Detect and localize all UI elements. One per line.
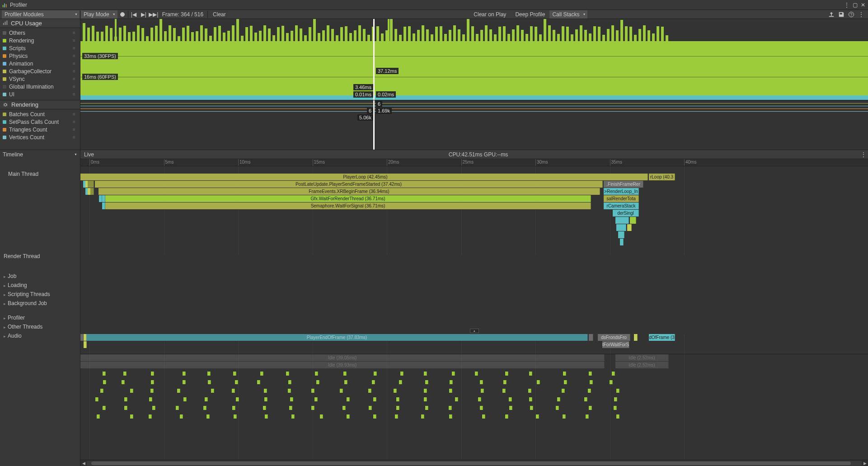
legend-item[interactable]: Vertices Count≡ bbox=[0, 133, 80, 141]
profiler-icon bbox=[2, 2, 8, 8]
legend-item[interactable]: VSync≡ bbox=[0, 75, 80, 83]
timeline-options-icon[interactable]: ⋮ bbox=[859, 151, 868, 158]
cpu-chart[interactable]: 33ms (30FPS) 16ms (60FPS) 37.12ms 0.02ms… bbox=[80, 19, 868, 100]
chart-icon bbox=[3, 20, 8, 27]
main-thread-label[interactable]: Main Thread bbox=[0, 166, 80, 182]
toolbar: Profiler Modules Play Mode |◀ ▶| ▶▶| Fra… bbox=[0, 10, 868, 19]
help-icon[interactable]: ? bbox=[846, 10, 856, 19]
playhead[interactable] bbox=[373, 19, 375, 100]
timeline-body: Main Thread Render Thread JobLoadingScri… bbox=[0, 159, 868, 466]
scroll-left-icon[interactable]: ◀ bbox=[80, 461, 87, 466]
timeline-header: Timeline Live CPU:42.51ms GPU:--ms ⋮ bbox=[0, 150, 868, 159]
maximize-icon[interactable]: ▢ bbox=[852, 2, 858, 8]
thread-foldout[interactable]: Background Job bbox=[0, 299, 80, 308]
next-frame-button[interactable]: ▶| bbox=[139, 10, 149, 19]
bar-playerloop[interactable]: PlayerLoop (42.45ms) bbox=[83, 174, 648, 180]
bar-dersingl[interactable]: derSingl bbox=[613, 210, 639, 217]
hover-right-top: 37.12ms bbox=[376, 68, 399, 74]
legend-item[interactable]: Scripts≡ bbox=[0, 44, 80, 52]
thread-foldout[interactable]: Profiler bbox=[0, 313, 80, 322]
play-mode-dropdown[interactable]: Play Mode bbox=[81, 10, 117, 19]
timeline-chart[interactable]: 0ms5ms10ms15ms20ms25ms30ms35ms40ms Playe… bbox=[80, 159, 868, 466]
call-stacks-dropdown[interactable]: Call Stacks bbox=[549, 10, 587, 19]
bar-frameevents[interactable]: FrameEvents.XRBeginFrame (36.94ms) bbox=[99, 188, 600, 195]
bar-finishframerer[interactable]: .FinishFrameRer bbox=[604, 181, 643, 188]
gear-icon: ⛭ bbox=[3, 101, 9, 108]
timeline-view-dropdown[interactable]: Timeline bbox=[0, 150, 80, 159]
record-button[interactable] bbox=[117, 10, 127, 19]
render-val-1: 6 bbox=[376, 101, 382, 107]
legend-item[interactable]: Animation≡ bbox=[0, 60, 80, 67]
svg-rect-5 bbox=[6, 21, 7, 25]
last-frame-button[interactable]: ▶▶| bbox=[149, 10, 159, 19]
bar-playerendofframe[interactable]: PlayerEndOfFrame (37.83ms) bbox=[86, 334, 588, 341]
rendering-title: Rendering bbox=[11, 101, 38, 108]
svg-rect-3 bbox=[3, 23, 4, 25]
context-menu-icon[interactable]: ⋮ bbox=[844, 2, 850, 8]
svg-rect-2 bbox=[6, 4, 7, 7]
deep-profile-button[interactable]: Deep Profile bbox=[511, 10, 549, 19]
window-title: Profiler bbox=[10, 2, 27, 8]
scrollbar-thumb[interactable] bbox=[91, 461, 851, 465]
rendering-legend: Batches Count≡SetPass Calls Count≡Triang… bbox=[0, 109, 80, 142]
fps-30-label: 33ms (30FPS) bbox=[82, 53, 118, 59]
profiler-modules-dropdown[interactable]: Profiler Modules bbox=[2, 10, 80, 19]
close-icon[interactable]: ✕ bbox=[860, 2, 866, 8]
bar-postlateupdate[interactable]: PostLateUpdate.PlayerSendFrameStarted (3… bbox=[95, 181, 603, 188]
clear-on-play-button[interactable]: Clear on Play bbox=[469, 10, 511, 19]
bar-render-frag-b[interactable]: tForWaitForS bbox=[602, 341, 629, 348]
legend-item[interactable]: SetPass Calls Count≡ bbox=[0, 118, 80, 126]
legend-item[interactable]: Others≡ bbox=[0, 29, 80, 37]
rendering-header[interactable]: ⛭ Rendering bbox=[0, 100, 80, 109]
thread-foldout[interactable]: Scripting Threads bbox=[0, 290, 80, 299]
cpu-legend: Others≡Rendering≡Scripts≡Physics≡Animati… bbox=[0, 28, 80, 99]
bar-salrender[interactable]: salRenderTota bbox=[604, 195, 639, 202]
playhead-rendering[interactable] bbox=[373, 100, 375, 150]
svg-rect-4 bbox=[5, 22, 6, 25]
bar-renderloop[interactable]: >RenderLoop_In bbox=[604, 188, 639, 195]
clear-button[interactable]: Clear bbox=[208, 10, 230, 19]
timeline-status: CPU:42.51ms GPU:--ms bbox=[98, 151, 859, 158]
render-val-2: 1.69k bbox=[376, 108, 392, 114]
hover-right-bottom: 0.02ms bbox=[376, 91, 396, 98]
bar-render-frag-a[interactable]: dsFrondsFro bbox=[598, 334, 630, 341]
bar-semaphore[interactable]: Semaphore.WaitForSignal (36.71ms) bbox=[105, 202, 591, 209]
bar-idle-1[interactable]: Idle (39.05ms) bbox=[80, 354, 605, 361]
thread-foldout[interactable]: Audio bbox=[0, 331, 80, 340]
legend-item[interactable]: Rendering≡ bbox=[0, 37, 80, 44]
prev-frame-button[interactable]: |◀ bbox=[129, 10, 139, 19]
live-button[interactable]: Live bbox=[80, 151, 98, 159]
save-icon[interactable] bbox=[836, 10, 846, 19]
thread-foldout[interactable]: Job bbox=[0, 272, 80, 281]
cpu-usage-panel: CPU Usage Others≡Rendering≡Scripts≡Physi… bbox=[0, 19, 868, 100]
scroll-right-icon[interactable]: ▶ bbox=[862, 461, 868, 466]
legend-item[interactable]: UI≡ bbox=[0, 90, 80, 98]
load-icon[interactable] bbox=[826, 10, 836, 19]
cpu-usage-header[interactable]: CPU Usage bbox=[0, 19, 80, 28]
bar-render-frag-c[interactable]: dOfFrame (3 bbox=[649, 334, 675, 341]
svg-rect-1 bbox=[4, 3, 5, 7]
bar-playerloop-next[interactable]: rLoop (40.3 bbox=[649, 174, 675, 180]
svg-rect-0 bbox=[3, 5, 4, 7]
legend-item[interactable]: Physics≡ bbox=[0, 52, 80, 60]
thread-foldout[interactable]: Other Threads bbox=[0, 322, 80, 331]
time-ruler: 0ms5ms10ms15ms20ms25ms30ms35ms40ms bbox=[80, 159, 868, 166]
collapse-main-button[interactable]: ▴ bbox=[470, 329, 479, 333]
bar-idle-2[interactable]: Idle (39.93ms) bbox=[80, 362, 605, 368]
bar-camerastack[interactable]: rCameraStack bbox=[604, 202, 639, 209]
legend-item[interactable]: Global Illumination≡ bbox=[0, 83, 80, 90]
bar-idle-frag-2[interactable]: Idle (2.52ms) bbox=[615, 362, 669, 368]
fps-60-label: 16ms (60FPS) bbox=[82, 74, 118, 80]
legend-item[interactable]: Batches Count≡ bbox=[0, 110, 80, 118]
hover-left-top: 3.46ms bbox=[353, 84, 373, 90]
rendering-chart[interactable]: 6 6 1.69k 5.06k bbox=[80, 100, 868, 150]
bar-gfxwait[interactable]: Gfx.WaitForRenderThread (36.71ms) bbox=[105, 195, 591, 202]
thread-foldout[interactable]: Loading bbox=[0, 281, 80, 290]
render-thread-label[interactable]: Render Thread bbox=[0, 252, 80, 261]
menu-icon[interactable]: ⋮ bbox=[856, 10, 866, 19]
timeline-threads-sidebar: Main Thread Render Thread JobLoadingScri… bbox=[0, 159, 80, 466]
legend-item[interactable]: Triangles Count≡ bbox=[0, 126, 80, 133]
bar-idle-frag-1[interactable]: Idle (2.52ms) bbox=[615, 354, 669, 361]
legend-item[interactable]: GarbageCollector≡ bbox=[0, 67, 80, 75]
h-scrollbar[interactable]: ◀ ▶ bbox=[80, 460, 868, 466]
